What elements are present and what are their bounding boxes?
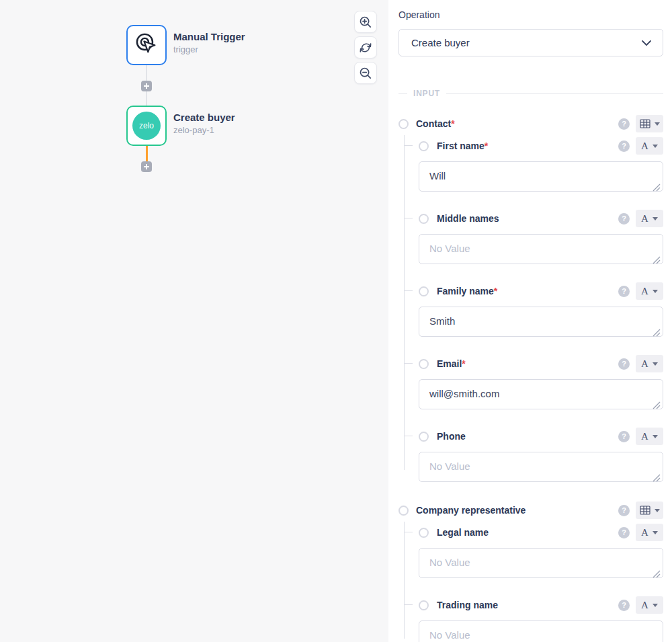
field-input[interactable] xyxy=(419,620,663,642)
add-step-button[interactable] xyxy=(141,81,152,91)
resize-handle-icon[interactable] xyxy=(653,474,661,482)
resize-handle-icon[interactable] xyxy=(653,570,661,578)
step-config-panel: Operation Create buyer INPUT Contact* ? xyxy=(388,0,672,642)
workflow-builder: Manual Trigger trigger zelo Create buyer… xyxy=(0,0,672,642)
input-section-divider: INPUT xyxy=(398,88,663,99)
form-field: Email* ? A xyxy=(419,356,663,412)
chevron-down-icon xyxy=(641,40,652,46)
field-header: Phone ? A xyxy=(419,429,663,444)
field-type-picker[interactable]: A xyxy=(636,137,663,155)
field-input[interactable] xyxy=(419,548,663,578)
caret-down-icon xyxy=(653,217,658,220)
operation-value: Create buyer xyxy=(411,37,641,48)
node-subtitle: trigger xyxy=(173,44,245,54)
input-sections: Contact* ? First name* ? A xyxy=(398,115,663,642)
resize-handle-icon[interactable] xyxy=(653,256,661,264)
field-header: Family name* ? A xyxy=(419,284,663,298)
mapping-toggle[interactable] xyxy=(419,359,429,369)
help-icon[interactable]: ? xyxy=(618,505,630,516)
section-header: Contact* ? xyxy=(398,115,663,132)
operation-select[interactable]: Create buyer xyxy=(398,29,663,56)
section-label: Company representative xyxy=(416,505,526,516)
caret-down-icon xyxy=(653,604,658,607)
zelo-logo: zelo xyxy=(132,112,161,140)
canvas-controls xyxy=(354,11,377,87)
mapping-toggle[interactable] xyxy=(398,119,409,129)
text-type-icon: A xyxy=(641,528,648,538)
mapping-toggle[interactable] xyxy=(419,141,429,151)
add-step-button[interactable] xyxy=(141,161,152,172)
input-section-label: INPUT xyxy=(413,89,440,98)
caret-down-icon xyxy=(653,362,658,366)
form-field: Trading name ? A xyxy=(419,598,663,642)
field-type-picker[interactable]: A xyxy=(636,210,663,227)
text-type-icon: A xyxy=(641,214,648,224)
field-input[interactable] xyxy=(419,234,663,264)
node-manual-trigger[interactable] xyxy=(126,25,167,65)
section-fields: First name* ? A Middle names ? A xyxy=(398,138,663,485)
node-title: Create buyer xyxy=(173,112,235,123)
section-type-picker[interactable] xyxy=(636,115,663,132)
text-type-icon: A xyxy=(641,286,648,296)
field-type-picker[interactable]: A xyxy=(636,355,663,372)
zoom-in-icon xyxy=(359,15,372,29)
help-icon[interactable]: ? xyxy=(618,527,630,538)
required-asterisk: * xyxy=(462,358,465,369)
text-type-icon: A xyxy=(641,432,648,442)
mapping-toggle[interactable] xyxy=(419,528,429,538)
help-icon[interactable]: ? xyxy=(618,141,630,152)
zoom-out-button[interactable] xyxy=(354,62,377,84)
text-type-icon: A xyxy=(641,600,648,610)
mapping-toggle[interactable] xyxy=(419,432,429,442)
caret-down-icon xyxy=(653,290,658,293)
help-icon[interactable]: ? xyxy=(618,358,630,370)
section-type-picker[interactable] xyxy=(636,501,663,519)
resize-handle-icon[interactable] xyxy=(653,184,661,192)
caret-down-icon xyxy=(653,145,658,148)
field-label: Legal name xyxy=(437,527,489,538)
field-header: Middle names ? A xyxy=(419,211,663,226)
field-header: First name* ? A xyxy=(419,138,663,153)
caret-down-icon xyxy=(653,531,658,534)
workflow-canvas[interactable]: Manual Trigger trigger zelo Create buyer… xyxy=(0,0,388,642)
zoom-in-button[interactable] xyxy=(354,11,377,33)
mapping-toggle[interactable] xyxy=(419,600,429,610)
mapping-toggle[interactable] xyxy=(419,214,429,224)
form-field: Family name* ? A xyxy=(419,284,663,339)
resize-handle-icon[interactable] xyxy=(653,329,661,337)
field-input[interactable] xyxy=(419,452,663,482)
field-input[interactable] xyxy=(419,379,663,409)
refresh-button[interactable] xyxy=(354,36,377,58)
field-input[interactable] xyxy=(419,307,663,337)
node-title: Manual Trigger xyxy=(173,31,245,42)
mapping-toggle[interactable] xyxy=(398,506,409,516)
field-type-picker[interactable]: A xyxy=(636,428,663,445)
field-type-picker[interactable]: A xyxy=(636,596,663,614)
mapping-toggle[interactable] xyxy=(419,286,429,296)
section-header: Company representative ? xyxy=(398,501,663,519)
field-label: Email xyxy=(437,358,462,369)
caret-down-icon xyxy=(655,509,660,512)
help-icon[interactable]: ? xyxy=(618,600,630,611)
help-icon[interactable]: ? xyxy=(618,431,630,442)
help-icon[interactable]: ? xyxy=(618,286,630,297)
form-field: First name* ? A xyxy=(419,138,663,194)
node-label-manual-trigger: Manual Trigger trigger xyxy=(173,31,245,54)
zoom-out-icon xyxy=(359,67,372,80)
field-header: Legal name ? A xyxy=(419,525,663,540)
help-icon[interactable]: ? xyxy=(618,213,630,225)
field-label: Trading name xyxy=(437,600,498,610)
help-icon[interactable]: ? xyxy=(618,118,630,130)
section-label: Contact xyxy=(416,118,451,129)
field-input[interactable] xyxy=(419,161,663,192)
refresh-icon xyxy=(359,41,372,54)
field-header: Trading name ? A xyxy=(419,598,663,612)
form-field: Legal name ? A xyxy=(419,525,663,581)
field-type-picker[interactable]: A xyxy=(636,524,663,541)
node-create-buyer[interactable]: zelo xyxy=(126,106,167,146)
connector-line-active xyxy=(146,146,148,161)
resize-handle-icon[interactable] xyxy=(653,401,661,409)
caret-down-icon xyxy=(655,122,660,126)
field-label: Family name xyxy=(437,286,494,296)
field-type-picker[interactable]: A xyxy=(636,282,663,300)
